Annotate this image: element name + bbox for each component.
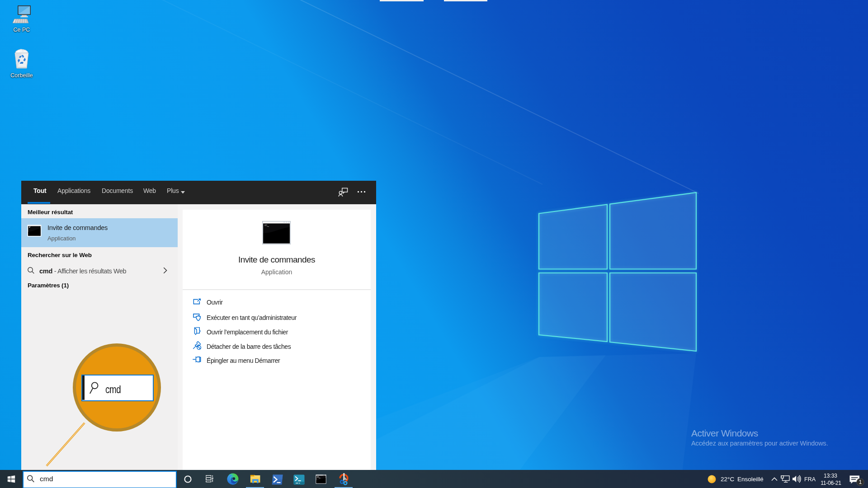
svg-text:1: 1: [859, 479, 862, 485]
